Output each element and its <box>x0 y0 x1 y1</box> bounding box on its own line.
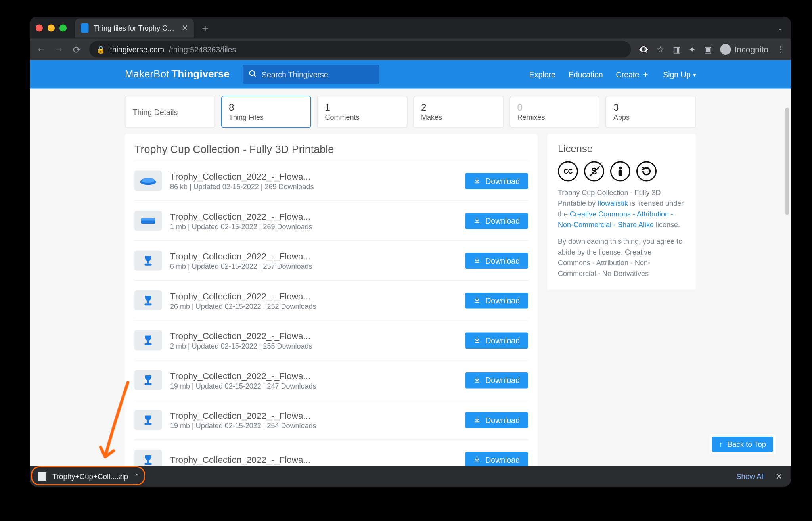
download-button[interactable]: Download <box>465 372 528 388</box>
svg-rect-6 <box>147 260 149 264</box>
tabstrip: Thing files for Trophy Cup Colle ✕ ＋ ⌄ <box>30 17 791 39</box>
tab-close-icon[interactable]: ✕ <box>182 23 188 33</box>
file-name: Trophy_Collection_2022_-_Flowa... <box>170 410 457 420</box>
download-arrow-icon <box>473 256 481 265</box>
bookmark-star-icon[interactable]: ☆ <box>657 45 665 54</box>
incognito-chip[interactable]: Incognito <box>720 44 768 55</box>
tab-thing-details[interactable]: Thing Details <box>125 96 215 128</box>
download-label: Download <box>485 375 520 385</box>
download-button[interactable]: Download <box>465 292 528 308</box>
file-text: Trophy_Collection_2022_-_Flowa...86 kb |… <box>170 171 457 191</box>
scrollbar[interactable] <box>785 108 789 215</box>
file-meta: 19 mb | Updated 02-15-2022 | 247 Downloa… <box>170 381 457 390</box>
nav-create[interactable]: Create＋ <box>616 69 650 80</box>
file-meta: 2 mb | Updated 02-15-2022 | 255 Download… <box>170 342 457 350</box>
file-meta: 6 mb | Updated 02-15-2022 | 257 Download… <box>170 262 457 270</box>
new-tab-button[interactable]: ＋ <box>200 21 211 35</box>
cc-icons: CC $ <box>558 161 685 182</box>
main-area: Trophy Cup Collection - Fully 3D Printab… <box>125 134 696 467</box>
svg-rect-14 <box>147 419 149 423</box>
show-all-downloads[interactable]: Show All <box>736 472 765 481</box>
search-icon <box>249 69 257 80</box>
file-name: Trophy_Collection_2022_-_Flowa... <box>170 330 457 341</box>
panel-icon[interactable]: ▣ <box>704 45 712 54</box>
nav-education[interactable]: Education <box>569 70 603 79</box>
chevron-up-icon[interactable]: ⌃ <box>134 473 140 481</box>
tab-apps[interactable]: 3 Apps <box>606 96 696 128</box>
nav-explore[interactable]: Explore <box>529 70 555 79</box>
side-panel: License CC $ <box>547 134 696 290</box>
file-name: Trophy_Collection_2022_-_Flowa... <box>170 251 457 261</box>
license-heading: License <box>558 144 685 155</box>
shield-icon[interactable]: ▥ <box>673 45 681 54</box>
brand-logo[interactable]: MakerBotThingiverse <box>125 69 230 80</box>
brand-site: Thingiverse <box>172 69 230 80</box>
svg-rect-12 <box>147 379 149 383</box>
extensions-icon[interactable]: ✦ <box>689 45 696 54</box>
download-label: Download <box>485 416 520 425</box>
file-row: Trophy_Collection_2022_-_Flowa...2 mb | … <box>134 320 528 360</box>
search-box[interactable] <box>243 65 379 84</box>
download-label: Download <box>485 296 520 305</box>
window-minimize-button[interactable] <box>48 24 55 31</box>
file-text: Trophy_Collection_2022_-_Flowa...1 mb | … <box>170 211 457 231</box>
eye-off-icon[interactable]: 👁️‍🗨️ <box>638 45 649 54</box>
tab-thing-files[interactable]: 8 Thing Files <box>221 96 312 128</box>
address-bar[interactable]: 🔒 thingiverse.com/thing:5248363/files <box>89 41 631 58</box>
file-name: Trophy_Collection_2022_-_Flowa... <box>170 291 457 301</box>
back-to-top-wrap: ↑ Back to Top <box>709 434 776 454</box>
nav-forward-button[interactable]: → <box>54 44 64 55</box>
download-button[interactable]: Download <box>465 412 528 428</box>
svg-rect-8 <box>147 300 149 303</box>
cc-sa-icon <box>636 161 657 182</box>
svg-rect-10 <box>147 340 149 343</box>
browser-tab[interactable]: Thing files for Trophy Cup Colle ✕ <box>75 18 194 37</box>
svg-rect-19 <box>619 170 622 176</box>
tab-makes[interactable]: 2 Makes <box>414 96 504 128</box>
nav-signup[interactable]: Sign Up▾ <box>663 70 696 79</box>
file-meta: 26 mb | Updated 02-15-2022 | 252 Downloa… <box>170 302 457 310</box>
download-button[interactable]: Download <box>465 213 528 229</box>
svg-rect-13 <box>145 383 152 385</box>
file-meta: 19 mb | Updated 02-15-2022 | 254 Downloa… <box>170 421 457 430</box>
file-name: Trophy_Collection_2022_-_Flowa... <box>170 171 457 181</box>
download-button[interactable]: Download <box>465 173 528 189</box>
license-card: License CC $ <box>547 134 696 290</box>
svg-point-3 <box>142 178 155 183</box>
download-chip[interactable]: Trophy+Cup+Coll....zip ⌃ <box>30 466 148 487</box>
download-button[interactable]: Download <box>465 253 528 269</box>
back-to-top-button[interactable]: ↑ Back to Top <box>712 437 773 452</box>
kebab-menu-icon[interactable]: ⋮ <box>777 45 785 54</box>
tab-comments[interactable]: 1 Comments <box>317 96 408 128</box>
download-arrow-icon <box>473 455 481 464</box>
download-label: Download <box>485 176 520 186</box>
brand-maker: MakerBot <box>125 69 169 80</box>
download-button[interactable]: Download <box>465 332 528 349</box>
author-link[interactable]: flowalistik <box>598 199 628 208</box>
download-arrow-icon <box>473 176 481 186</box>
window-close-button[interactable] <box>36 24 43 31</box>
file-meta: 86 kb | Updated 02-15-2022 | 269 Downloa… <box>170 182 457 191</box>
files-panel: Trophy Cup Collection - Fully 3D Printab… <box>125 134 538 467</box>
download-filename: Trophy+Cup+Coll....zip <box>52 472 128 481</box>
file-row: Trophy_Collection_2022_-_Flowa...26 mb |… <box>134 280 528 320</box>
nav-reload-button[interactable]: ⟳ <box>71 44 82 55</box>
file-row: Trophy_Collection_2022_-_Flowa...1 mb | … <box>134 201 528 241</box>
url-path: /thing:5248363/files <box>169 45 236 54</box>
file-row: Trophy_Collection_2022_-_Flowa...6 mb | … <box>134 240 528 280</box>
svg-rect-16 <box>147 459 149 463</box>
tab-overflow-icon[interactable]: ⌄ <box>777 24 784 31</box>
tab-remixes[interactable]: 0 Remixes <box>509 96 600 128</box>
search-input[interactable] <box>262 70 373 79</box>
close-shelf-icon[interactable]: ✕ <box>776 472 783 481</box>
url-host: thingiverse.com <box>110 45 165 54</box>
download-shelf: Trophy+Cup+Coll....zip ⌃ Show All ✕ <box>30 466 791 487</box>
arrow-up-icon: ↑ <box>719 440 722 448</box>
download-arrow-icon <box>473 296 481 305</box>
download-button[interactable]: Download <box>465 452 528 466</box>
nav-back-button[interactable]: ← <box>36 44 46 55</box>
file-meta: 1 mb | Updated 02-15-2022 | 269 Download… <box>170 222 457 230</box>
file-name: Trophy_Collection_2022_-_Flowa... <box>170 454 457 464</box>
file-thumbnail <box>134 251 162 271</box>
window-maximize-button[interactable] <box>59 24 67 31</box>
